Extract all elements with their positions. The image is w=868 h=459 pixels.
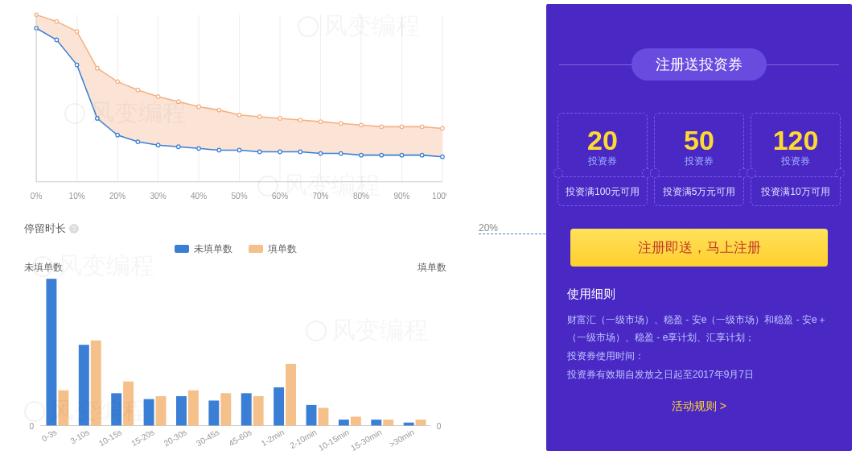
svg-point-44 <box>55 19 58 23</box>
svg-rect-81 <box>176 396 187 425</box>
rules-text: 财富汇（一级市场）、稳盈 - 安e（一级市场）和稳盈 - 安e＋（一级市场）、稳… <box>567 311 831 348</box>
svg-text:0-3s: 0-3s <box>40 428 58 444</box>
svg-point-62 <box>420 125 423 129</box>
promo-panel: 注册送投资券 20投资券投资满100元可用50投资券投资满5万元可用120投资券… <box>546 4 852 451</box>
svg-rect-78 <box>144 399 154 426</box>
svg-rect-79 <box>156 396 167 425</box>
svg-point-39 <box>380 153 383 157</box>
svg-text:80%: 80% <box>353 191 369 200</box>
svg-text:50%: 50% <box>231 191 247 200</box>
svg-point-58 <box>339 122 343 126</box>
svg-rect-72 <box>79 345 89 425</box>
svg-text:15-20s: 15-20s <box>130 428 155 449</box>
coupon-condition: 投资满100元可用 <box>562 185 644 199</box>
coupon-label: 投资券 <box>562 155 644 168</box>
svg-point-37 <box>339 151 343 155</box>
help-icon[interactable]: ? <box>69 224 79 234</box>
coupon-amount: 50 <box>658 125 740 156</box>
svg-rect-85 <box>220 393 231 425</box>
svg-point-34 <box>278 150 282 154</box>
svg-point-42 <box>441 155 444 159</box>
svg-rect-99 <box>371 420 381 425</box>
svg-point-33 <box>258 150 261 154</box>
svg-rect-90 <box>274 387 284 425</box>
svg-rect-69 <box>46 279 56 425</box>
svg-text:10%: 10% <box>69 191 85 200</box>
axis-marker-label: 20% <box>479 222 498 234</box>
svg-rect-102 <box>404 423 414 426</box>
bar-chart: 000-3s3-10s10-15s15-20s20-30s30-45s45-60… <box>24 275 446 459</box>
svg-point-53 <box>237 114 241 118</box>
svg-point-28 <box>156 143 159 147</box>
svg-point-45 <box>75 30 78 34</box>
svg-point-55 <box>278 117 282 121</box>
svg-point-50 <box>177 100 180 104</box>
coupon-card[interactable]: 50投资券投资满5万元可用 <box>654 113 744 206</box>
rules-block: 使用细则 财富汇（一级市场）、稳盈 - 安e（一级市场）和稳盈 - 安e＋（一级… <box>546 267 852 416</box>
rules-text: 投资券使用时间： <box>567 347 831 366</box>
svg-text:0: 0 <box>437 421 442 430</box>
rules-link[interactable]: 活动规则 > <box>672 399 726 412</box>
svg-point-61 <box>400 125 403 129</box>
svg-text:15-30min: 15-30min <box>349 428 383 453</box>
svg-point-29 <box>177 145 180 149</box>
svg-rect-96 <box>339 420 349 425</box>
coupon-card[interactable]: 20投资券投资满100元可用 <box>557 113 648 206</box>
svg-point-31 <box>217 148 220 152</box>
svg-point-23 <box>55 38 58 42</box>
promo-header: 注册送投资券 <box>546 48 852 81</box>
svg-text:20-30s: 20-30s <box>162 428 188 449</box>
svg-rect-103 <box>416 420 426 425</box>
svg-text:1-2min: 1-2min <box>260 428 286 449</box>
svg-point-41 <box>420 153 423 157</box>
svg-point-63 <box>441 126 444 130</box>
svg-rect-93 <box>306 405 317 426</box>
svg-point-52 <box>217 108 220 112</box>
coupon-label: 投资券 <box>658 155 740 168</box>
coupon-amount: 120 <box>755 125 837 156</box>
svg-rect-75 <box>111 393 121 425</box>
svg-text:10-15s: 10-15s <box>97 428 123 449</box>
bar-legend: 未填单数 填单数 <box>24 242 446 256</box>
svg-point-35 <box>298 150 302 154</box>
svg-point-46 <box>96 66 99 70</box>
register-cta-button[interactable]: 注册即送，马上注册 <box>570 229 828 267</box>
svg-point-51 <box>197 105 200 109</box>
svg-point-49 <box>156 95 159 99</box>
svg-text:3-10s: 3-10s <box>68 428 90 446</box>
svg-point-54 <box>258 115 261 119</box>
svg-point-56 <box>298 118 302 122</box>
line-chart: 0%10%20%30%40%50%60%70%80%90%100% <box>24 6 446 207</box>
coupon-card[interactable]: 120投资券投资满10万可用 <box>751 113 841 206</box>
svg-text:30%: 30% <box>150 191 166 200</box>
svg-point-38 <box>360 153 363 157</box>
svg-rect-76 <box>123 382 134 426</box>
svg-text:2-10min: 2-10min <box>288 428 318 451</box>
svg-text:70%: 70% <box>312 191 328 200</box>
svg-point-60 <box>380 125 383 129</box>
svg-text:10-15min: 10-15min <box>317 428 351 453</box>
promo-header-pill: 注册送投资券 <box>631 48 767 81</box>
svg-rect-100 <box>383 420 393 425</box>
svg-rect-73 <box>91 341 101 426</box>
svg-text:40%: 40% <box>191 191 207 200</box>
svg-rect-88 <box>253 396 264 425</box>
svg-point-36 <box>319 151 322 155</box>
svg-point-48 <box>136 88 139 92</box>
svg-rect-87 <box>241 393 252 425</box>
svg-point-40 <box>400 153 403 157</box>
svg-text:90%: 90% <box>393 191 409 200</box>
coupon-label: 投资券 <box>755 155 837 168</box>
coupon-condition: 投资满5万元可用 <box>658 185 740 199</box>
svg-point-57 <box>319 120 322 124</box>
svg-text:60%: 60% <box>272 191 288 200</box>
svg-text:>30min: >30min <box>388 428 416 449</box>
svg-text:20%: 20% <box>109 191 125 200</box>
bar-chart-title: 停留时长 ? <box>24 221 446 236</box>
svg-point-47 <box>116 80 119 84</box>
svg-point-30 <box>197 147 200 151</box>
bar-axis-labels: 未填单数 填单数 <box>24 261 446 275</box>
svg-text:100%: 100% <box>432 191 446 200</box>
svg-point-59 <box>360 123 363 127</box>
rules-text: 投资券有效期自发放之日起至2017年9月7日 <box>567 366 831 384</box>
